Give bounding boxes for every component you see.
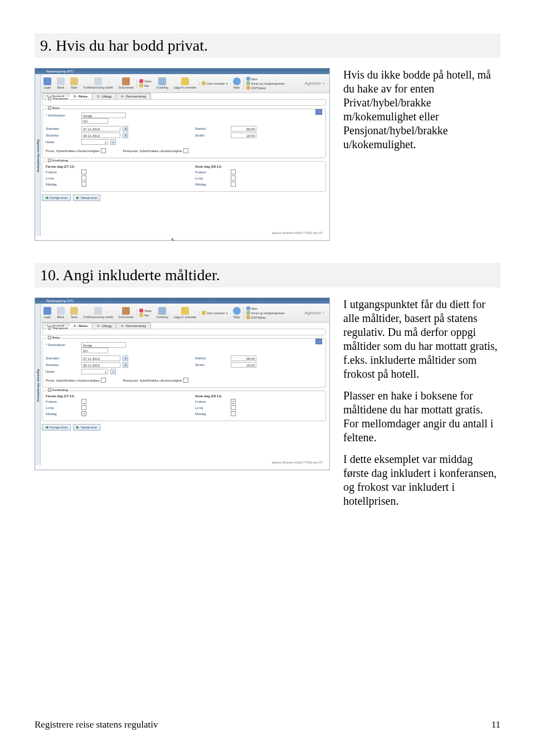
checkbox-pensjonat[interactable] [183, 378, 188, 383]
input-sluttdato[interactable]: 28.11.2013 [81, 362, 120, 368]
description-9: Hvis du ikke bodde på hotell, må du hake… [343, 68, 500, 159]
page-number: 11 [492, 719, 500, 730]
add-shortcut-button[interactable]: Legg til i snarveier [171, 77, 200, 90]
input-startdato[interactable]: 27.11.2013 [81, 355, 120, 361]
sidebar-main-menu[interactable]: Agresso Hovedmeny [35, 304, 41, 465]
collapse-icon[interactable]: – [48, 388, 51, 392]
preview-button[interactable]: Forhåndsvisning utskrift [81, 306, 116, 319]
home-icon [246, 77, 250, 81]
checkbox-middag-1[interactable] [81, 411, 86, 416]
checkbox-privat[interactable] [101, 148, 106, 153]
star-icon [181, 77, 189, 85]
tab-sammendrag[interactable]: 4 - Sammendrag [116, 93, 151, 99]
nav-block-icon[interactable] [315, 339, 322, 344]
input-startdato[interactable]: 27.11.2013 [81, 126, 120, 131]
chevron-left-icon: ◀ [45, 196, 48, 200]
label-frokost: Frokost [195, 400, 228, 403]
input-netter[interactable]: 1 [81, 369, 108, 374]
checkbox-lunsj-2[interactable] [231, 405, 236, 410]
keys-icon [246, 311, 250, 315]
delete-icon [139, 309, 143, 313]
input-country-name[interactable]: Norge [81, 342, 126, 348]
next-step-button[interactable]: ▶Neste trinn [73, 194, 100, 201]
fordeling-button[interactable]: Fordeling [154, 306, 171, 319]
preview-button[interactable]: Forhåndsvisning utskrift [81, 77, 116, 90]
checkbox-middag-2[interactable] [231, 411, 236, 416]
save-button[interactable]: Lagre [41, 306, 54, 319]
prev-step-button[interactable]: ◀Forrige trinn [42, 424, 71, 431]
calendar-icon[interactable]: 🗓 [123, 133, 128, 138]
help-button[interactable]: Hjelp [230, 306, 244, 319]
open-button[interactable]: Åpne [67, 306, 81, 319]
input-starttid[interactable]: 08:00 [231, 355, 256, 361]
collapse-icon[interactable]: – [48, 159, 51, 162]
documents-button[interactable]: Dokumenter [116, 306, 137, 319]
next-step-button[interactable]: ▶Neste trinn [73, 424, 100, 431]
prev-step-button[interactable]: ◀Forrige trinn [42, 194, 71, 201]
input-country-name[interactable]: Norge [81, 113, 126, 118]
group-kostfradrag: –Kostfradrag Første dag (27.11) Frokost … [42, 161, 326, 192]
erase-button[interactable]: Blank [54, 306, 67, 319]
save-icon [43, 307, 51, 315]
checkbox-lunsj-1[interactable] [81, 175, 86, 181]
collapse-icon[interactable]: – [48, 326, 51, 330]
tab-reise[interactable]: 2 - Reise [69, 93, 93, 99]
calendar-icon[interactable]: 🗓 [123, 126, 128, 131]
checkbox-privat[interactable] [101, 378, 106, 383]
label-starttid: Starttid [195, 127, 228, 130]
label-middag: Middag [46, 412, 79, 416]
erase-button[interactable]: Blank [54, 77, 67, 90]
documents-button[interactable]: Dokumenter [116, 77, 137, 90]
help-button[interactable]: Hjelp [230, 77, 244, 90]
collapse-icon[interactable]: – [48, 97, 51, 100]
label-lunsj: Lunsj [46, 177, 79, 180]
tab-utlegg[interactable]: 3 - Utlegg [92, 93, 116, 99]
sidebar-main-menu[interactable]: Agresso Hovedmeny [35, 74, 41, 236]
input-sluttid[interactable]: 18:00 [231, 362, 256, 368]
input-starttid[interactable]: 08:00 [231, 126, 256, 131]
clear-icon[interactable]: ✕ [110, 139, 116, 145]
open-icon [70, 307, 78, 315]
checkbox-frokost-2[interactable] [231, 169, 236, 174]
documents-icon [122, 307, 130, 315]
tab-sammendrag[interactable]: 4 - Sammendrag [116, 323, 151, 329]
input-country-code[interactable]: NO [81, 118, 108, 124]
collapse-icon[interactable]: – [48, 336, 51, 339]
label-siste-dag: Siste dag (28.11) [195, 165, 221, 168]
input-sluttid[interactable]: 18:00 [231, 133, 256, 138]
nav-block-icon[interactable] [315, 109, 322, 115]
toolbar: Lagre Blank Åpne Forhåndsvisning utskrif… [41, 74, 329, 93]
brand-logo: Agresso ⌖ [304, 310, 329, 316]
checkbox-frokost-1[interactable] [81, 169, 86, 174]
checkbox-middag-2[interactable] [231, 182, 236, 187]
template-icon [139, 313, 143, 317]
fordeling-button[interactable]: Fordeling [154, 77, 171, 90]
label-middag: Middag [46, 183, 79, 186]
clear-icon[interactable]: ✕ [110, 369, 116, 374]
brand-logo: Agresso ⌖ [304, 81, 329, 86]
input-netter[interactable]: 1 [81, 139, 108, 145]
checkbox-frokost-1[interactable] [81, 399, 86, 404]
window-title: Reiseregning (NT) [35, 69, 329, 74]
open-button[interactable]: Åpne [67, 77, 81, 90]
label-destinasjon: Destinasjon [46, 343, 79, 347]
add-shortcut-button[interactable]: Legg til i snarveier [171, 306, 200, 319]
shortcuts-icon [202, 311, 206, 315]
tab-utlegg[interactable]: 3 - Utlegg [92, 323, 116, 329]
checkbox-lunsj-1[interactable] [81, 405, 86, 410]
checkbox-pensjonat[interactable] [183, 148, 188, 153]
calendar-icon[interactable]: 🗓 [123, 362, 128, 368]
collapse-icon[interactable]: – [48, 106, 51, 110]
save-button[interactable]: Lagre [41, 77, 54, 90]
checkbox-lunsj-2[interactable] [231, 175, 236, 181]
checkbox-middag-1[interactable] [81, 182, 86, 187]
checkbox-frokost-2[interactable] [231, 399, 236, 404]
calendar-icon[interactable]: 🗓 [123, 355, 128, 361]
input-country-code[interactable]: NO [81, 348, 108, 353]
input-sluttdato[interactable]: 28.11.2013 [81, 133, 120, 138]
label-pensjonat: Pensjonat, hybel/brakke u/kokemulighet [123, 149, 182, 153]
label-privat: Privat, hybel/brakke m/kokemulighet [46, 379, 99, 382]
tab-reise[interactable]: 2 - Reise [69, 323, 93, 329]
screenshot-2: Reiseregning (NT) Agresso Hovedmeny Lagr… [35, 297, 330, 470]
label-siste-dag: Siste dag (28.11) [195, 394, 221, 398]
